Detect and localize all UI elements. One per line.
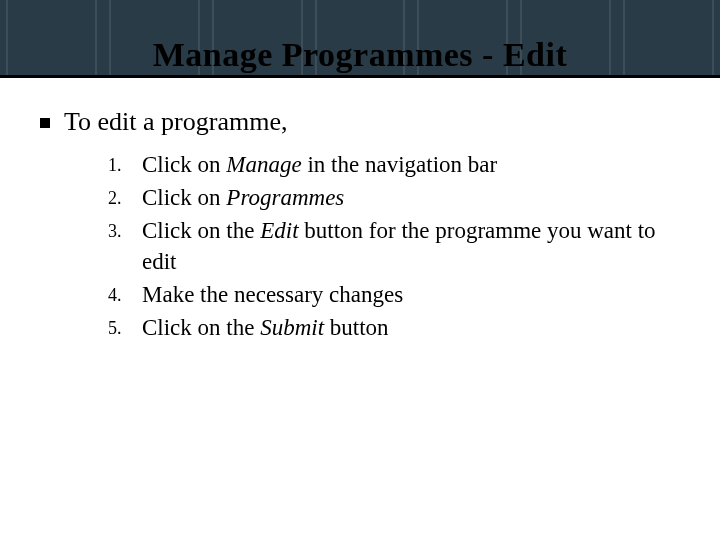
lead-text: To edit a programme,: [64, 106, 287, 137]
page-title: Manage Programmes - Edit: [0, 36, 720, 74]
step-term: Submit: [260, 315, 324, 340]
step-text: Click on the: [142, 315, 260, 340]
step-item: Click on the Edit button for the program…: [108, 215, 680, 277]
header-underline: [0, 75, 720, 78]
step-text: in the navigation bar: [302, 152, 497, 177]
step-text: Click on the: [142, 218, 260, 243]
step-text: Make the necessary changes: [142, 282, 403, 307]
step-term: Programmes: [226, 185, 344, 210]
step-term: Manage: [226, 152, 301, 177]
step-text: button: [324, 315, 389, 340]
lead-bullet-line: To edit a programme,: [40, 106, 680, 137]
step-item: Click on Manage in the navigation bar: [108, 149, 680, 180]
step-text: Click on: [142, 152, 226, 177]
step-text: Click on: [142, 185, 226, 210]
slide-header: Manage Programmes - Edit: [0, 0, 720, 78]
step-item: Click on the Submit button: [108, 312, 680, 343]
step-item: Make the necessary changes: [108, 279, 680, 310]
steps-list: Click on Manage in the navigation bar Cl…: [108, 149, 680, 343]
step-term: Edit: [260, 218, 298, 243]
slide-content: To edit a programme, Click on Manage in …: [0, 78, 720, 343]
square-bullet-icon: [40, 118, 50, 128]
step-item: Click on Programmes: [108, 182, 680, 213]
